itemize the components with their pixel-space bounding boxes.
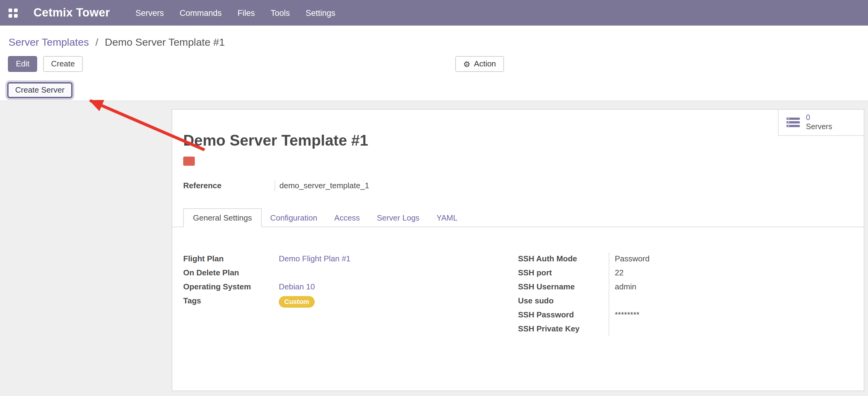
field-value-use-sudo [609, 294, 853, 308]
reference-label: Reference [183, 180, 275, 191]
field-value-ssh-password: ******** [609, 308, 853, 322]
breadcrumb-current: Demo Server Template #1 [105, 36, 225, 48]
field-label-ssh-auth-mode: SSH Auth Mode [518, 252, 609, 266]
color-tag-swatch [183, 157, 195, 166]
field-value-ssh-port: 22 [609, 266, 853, 280]
field-value-ssh-auth-mode: Password [609, 252, 853, 266]
reference-field: Reference demo_server_template_1 [183, 180, 864, 191]
field-label-ssh-port: SSH port [518, 266, 609, 280]
breadcrumb-separator: / [95, 36, 98, 48]
field-label-ssh-username: SSH Username [518, 280, 609, 294]
app-viewport: Cetmix Tower Servers Commands Files Tool… [0, 0, 868, 396]
field-value-on-delete-plan [279, 266, 518, 280]
field-label-ssh-password: SSH Password [518, 308, 609, 322]
nav-item-commands[interactable]: Commands [180, 8, 222, 17]
notebook-tabs: General Settings Configuration Access Se… [172, 208, 864, 227]
tab-general-settings[interactable]: General Settings [183, 208, 262, 227]
field-label-operating-system: Operating System [183, 280, 279, 294]
reference-value: demo_server_template_1 [275, 180, 369, 191]
create-button[interactable]: Create [43, 56, 83, 72]
field-label-use-sudo: Use sudo [518, 294, 609, 308]
field-label-on-delete-plan: On Delete Plan [183, 266, 279, 280]
edit-button[interactable]: Edit [8, 56, 37, 72]
field-groups: Flight Plan Demo Flight Plan #1 On Delet… [172, 227, 864, 336]
field-value-flight-plan-link[interactable]: Demo Flight Plan #1 [279, 254, 351, 263]
tab-yaml[interactable]: YAML [428, 209, 466, 227]
field-value-ssh-private-key [609, 322, 853, 336]
nav-item-settings[interactable]: Settings [306, 8, 335, 17]
action-menu-button[interactable]: ⚙ Action [455, 56, 504, 72]
field-label-tags: Tags [183, 294, 279, 308]
tag-badge-custom: Custom [279, 296, 315, 308]
servers-count: 0 [806, 113, 832, 122]
nav-item-files[interactable]: Files [238, 8, 255, 17]
nav-item-servers[interactable]: Servers [135, 8, 164, 17]
record-sheet: 0 Servers Demo Server Template #1 Refere… [172, 109, 864, 391]
tab-access[interactable]: Access [326, 209, 368, 227]
navbar-menu: Servers Commands Files Tools Settings [135, 8, 335, 17]
field-value-ssh-username: admin [609, 280, 853, 294]
brand-title[interactable]: Cetmix Tower [33, 6, 110, 20]
control-panel-secondary: Create Server [7, 82, 868, 103]
gear-icon: ⚙ [463, 60, 470, 68]
top-navbar: Cetmix Tower Servers Commands Files Tool… [0, 0, 868, 26]
field-group-left: Flight Plan Demo Flight Plan #1 On Delet… [183, 252, 518, 336]
tab-server-logs[interactable]: Server Logs [368, 209, 428, 227]
breadcrumb-parent-link[interactable]: Server Templates [8, 36, 89, 48]
field-value-operating-system-link[interactable]: Debian 10 [279, 282, 315, 291]
field-label-ssh-private-key: SSH Private Key [518, 322, 609, 336]
servers-count-label: Servers [806, 122, 832, 132]
control-panel-buttons: Edit Create ⚙ Action [8, 56, 868, 72]
record-title: Demo Server Template #1 [183, 131, 864, 149]
field-group-right: SSH Auth Mode Password SSH port 22 SSH U… [518, 252, 853, 336]
tab-configuration[interactable]: Configuration [262, 209, 326, 227]
servers-stat-button[interactable]: 0 Servers [778, 110, 864, 136]
action-menu-label: Action [474, 59, 496, 69]
apps-grid-icon[interactable] [8, 8, 18, 17]
field-label-flight-plan: Flight Plan [183, 252, 279, 266]
servers-icon [786, 118, 800, 127]
nav-item-tools[interactable]: Tools [271, 8, 290, 17]
breadcrumb: Server Templates / Demo Server Template … [0, 26, 868, 49]
create-server-button[interactable]: Create Server [7, 82, 72, 98]
